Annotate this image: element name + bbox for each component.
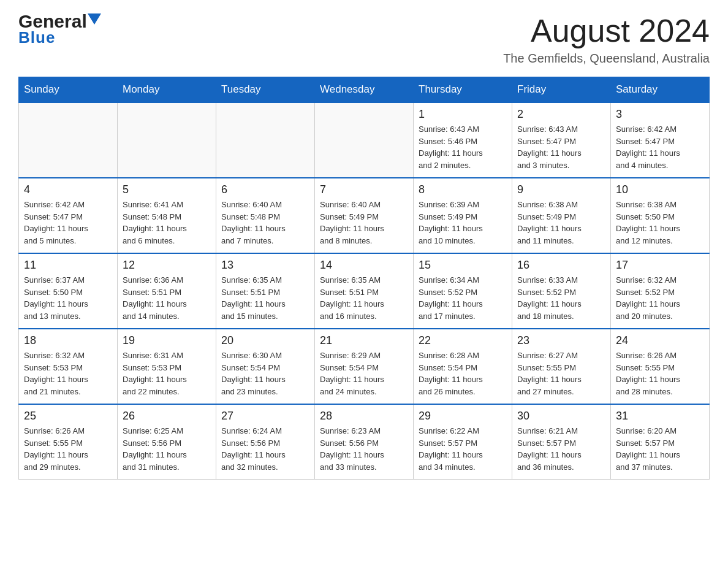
calendar-cell: 13Sunrise: 6:35 AMSunset: 5:51 PMDayligh…: [216, 253, 315, 329]
calendar-cell: 23Sunrise: 6:27 AMSunset: 5:55 PMDayligh…: [512, 329, 611, 404]
calendar-cell: 3Sunrise: 6:42 AMSunset: 5:47 PMDaylight…: [611, 102, 710, 178]
calendar-cell: 22Sunrise: 6:28 AMSunset: 5:54 PMDayligh…: [414, 329, 512, 404]
day-number: 27: [221, 410, 309, 423]
day-number: 31: [616, 410, 704, 423]
day-info: Sunrise: 6:23 AMSunset: 5:56 PMDaylight:…: [320, 425, 408, 473]
day-number: 28: [320, 410, 408, 423]
location-subtitle: The Gemfields, Queensland, Australia: [503, 52, 710, 66]
calendar-cell: 1Sunrise: 6:43 AMSunset: 5:46 PMDaylight…: [414, 102, 512, 178]
day-number: 26: [123, 410, 211, 423]
calendar-cell: 7Sunrise: 6:40 AMSunset: 5:49 PMDaylight…: [315, 178, 414, 253]
day-number: 24: [616, 334, 704, 347]
day-info: Sunrise: 6:42 AMSunset: 5:47 PMDaylight:…: [616, 123, 704, 171]
calendar-cell: [315, 102, 414, 178]
calendar-cell: 29Sunrise: 6:22 AMSunset: 5:57 PMDayligh…: [414, 404, 512, 480]
day-number: 16: [517, 259, 605, 272]
calendar-header-row: SundayMondayTuesdayWednesdayThursdayFrid…: [19, 77, 710, 103]
calendar-cell: 14Sunrise: 6:35 AMSunset: 5:51 PMDayligh…: [315, 253, 414, 329]
day-info: Sunrise: 6:25 AMSunset: 5:56 PMDaylight:…: [123, 425, 211, 473]
calendar-cell: 24Sunrise: 6:26 AMSunset: 5:55 PMDayligh…: [611, 329, 710, 404]
day-number: 9: [517, 183, 605, 196]
day-number: 15: [419, 259, 507, 272]
calendar-cell: 12Sunrise: 6:36 AMSunset: 5:51 PMDayligh…: [118, 253, 216, 329]
day-number: 2: [517, 108, 605, 121]
day-number: 21: [320, 334, 408, 347]
day-info: Sunrise: 6:35 AMSunset: 5:51 PMDaylight:…: [320, 274, 408, 322]
day-header-sunday: Sunday: [19, 77, 118, 103]
calendar-cell: [216, 102, 315, 178]
day-number: 20: [221, 334, 309, 347]
calendar-cell: 2Sunrise: 6:43 AMSunset: 5:47 PMDaylight…: [512, 102, 611, 178]
calendar-cell: 26Sunrise: 6:25 AMSunset: 5:56 PMDayligh…: [118, 404, 216, 480]
day-header-wednesday: Wednesday: [315, 77, 414, 103]
calendar-cell: 5Sunrise: 6:41 AMSunset: 5:48 PMDaylight…: [118, 178, 216, 253]
day-number: 19: [123, 334, 211, 347]
calendar-cell: 18Sunrise: 6:32 AMSunset: 5:53 PMDayligh…: [19, 329, 118, 404]
day-header-thursday: Thursday: [414, 77, 512, 103]
day-info: Sunrise: 6:39 AMSunset: 5:49 PMDaylight:…: [419, 199, 507, 247]
day-info: Sunrise: 6:40 AMSunset: 5:48 PMDaylight:…: [221, 199, 309, 247]
day-info: Sunrise: 6:30 AMSunset: 5:54 PMDaylight:…: [221, 350, 309, 397]
day-info: Sunrise: 6:41 AMSunset: 5:48 PMDaylight:…: [123, 199, 211, 247]
day-header-friday: Friday: [512, 77, 611, 103]
day-info: Sunrise: 6:29 AMSunset: 5:54 PMDaylight:…: [320, 350, 408, 397]
day-number: 3: [616, 108, 704, 121]
day-info: Sunrise: 6:34 AMSunset: 5:52 PMDaylight:…: [419, 274, 507, 322]
calendar-cell: 9Sunrise: 6:38 AMSunset: 5:49 PMDaylight…: [512, 178, 611, 253]
day-info: Sunrise: 6:38 AMSunset: 5:49 PMDaylight:…: [517, 199, 605, 247]
calendar-cell: 20Sunrise: 6:30 AMSunset: 5:54 PMDayligh…: [216, 329, 315, 404]
week-row-5: 25Sunrise: 6:26 AMSunset: 5:55 PMDayligh…: [19, 404, 710, 480]
day-number: 10: [616, 183, 704, 196]
day-info: Sunrise: 6:31 AMSunset: 5:53 PMDaylight:…: [123, 350, 211, 397]
day-info: Sunrise: 6:40 AMSunset: 5:49 PMDaylight:…: [320, 199, 408, 247]
day-number: 8: [419, 183, 507, 196]
week-row-4: 18Sunrise: 6:32 AMSunset: 5:53 PMDayligh…: [19, 329, 710, 404]
day-header-monday: Monday: [118, 77, 216, 103]
day-info: Sunrise: 6:42 AMSunset: 5:47 PMDaylight:…: [24, 199, 112, 247]
month-year-title: August 2024: [503, 12, 710, 49]
calendar-cell: 21Sunrise: 6:29 AMSunset: 5:54 PMDayligh…: [315, 329, 414, 404]
calendar-cell: 16Sunrise: 6:33 AMSunset: 5:52 PMDayligh…: [512, 253, 611, 329]
calendar-cell: 15Sunrise: 6:34 AMSunset: 5:52 PMDayligh…: [414, 253, 512, 329]
logo-triangle-icon: [88, 13, 101, 27]
day-number: 14: [320, 259, 408, 272]
day-number: 22: [419, 334, 507, 347]
day-info: Sunrise: 6:32 AMSunset: 5:53 PMDaylight:…: [24, 350, 112, 397]
day-number: 1: [419, 108, 507, 121]
day-header-tuesday: Tuesday: [216, 77, 315, 103]
calendar-cell: 30Sunrise: 6:21 AMSunset: 5:57 PMDayligh…: [512, 404, 611, 480]
day-number: 18: [24, 334, 112, 347]
day-number: 11: [24, 259, 112, 272]
day-info: Sunrise: 6:26 AMSunset: 5:55 PMDaylight:…: [616, 350, 704, 397]
page-header: General Blue August 2024 The Gemfields, …: [18, 12, 710, 66]
day-info: Sunrise: 6:21 AMSunset: 5:57 PMDaylight:…: [517, 425, 605, 473]
day-number: 30: [517, 410, 605, 423]
day-info: Sunrise: 6:32 AMSunset: 5:52 PMDaylight:…: [616, 274, 704, 322]
day-info: Sunrise: 6:20 AMSunset: 5:57 PMDaylight:…: [616, 425, 704, 473]
day-number: 25: [24, 410, 112, 423]
day-number: 23: [517, 334, 605, 347]
week-row-2: 4Sunrise: 6:42 AMSunset: 5:47 PMDaylight…: [19, 178, 710, 253]
day-number: 6: [221, 183, 309, 196]
logo: General Blue: [18, 12, 101, 47]
day-info: Sunrise: 6:35 AMSunset: 5:51 PMDaylight:…: [221, 274, 309, 322]
title-area: August 2024 The Gemfields, Queensland, A…: [503, 12, 710, 66]
day-info: Sunrise: 6:22 AMSunset: 5:57 PMDaylight:…: [419, 425, 507, 473]
day-info: Sunrise: 6:36 AMSunset: 5:51 PMDaylight:…: [123, 274, 211, 322]
calendar-cell: 17Sunrise: 6:32 AMSunset: 5:52 PMDayligh…: [611, 253, 710, 329]
svg-marker-0: [88, 13, 101, 25]
day-header-saturday: Saturday: [611, 77, 710, 103]
calendar-cell: 27Sunrise: 6:24 AMSunset: 5:56 PMDayligh…: [216, 404, 315, 480]
calendar-table: SundayMondayTuesdayWednesdayThursdayFrid…: [18, 77, 710, 480]
day-number: 12: [123, 259, 211, 272]
day-info: Sunrise: 6:26 AMSunset: 5:55 PMDaylight:…: [24, 425, 112, 473]
day-number: 4: [24, 183, 112, 196]
day-number: 17: [616, 259, 704, 272]
day-number: 13: [221, 259, 309, 272]
day-number: 29: [419, 410, 507, 423]
calendar-cell: 6Sunrise: 6:40 AMSunset: 5:48 PMDaylight…: [216, 178, 315, 253]
calendar-cell: 8Sunrise: 6:39 AMSunset: 5:49 PMDaylight…: [414, 178, 512, 253]
day-info: Sunrise: 6:27 AMSunset: 5:55 PMDaylight:…: [517, 350, 605, 397]
day-number: 5: [123, 183, 211, 196]
day-info: Sunrise: 6:24 AMSunset: 5:56 PMDaylight:…: [221, 425, 309, 473]
